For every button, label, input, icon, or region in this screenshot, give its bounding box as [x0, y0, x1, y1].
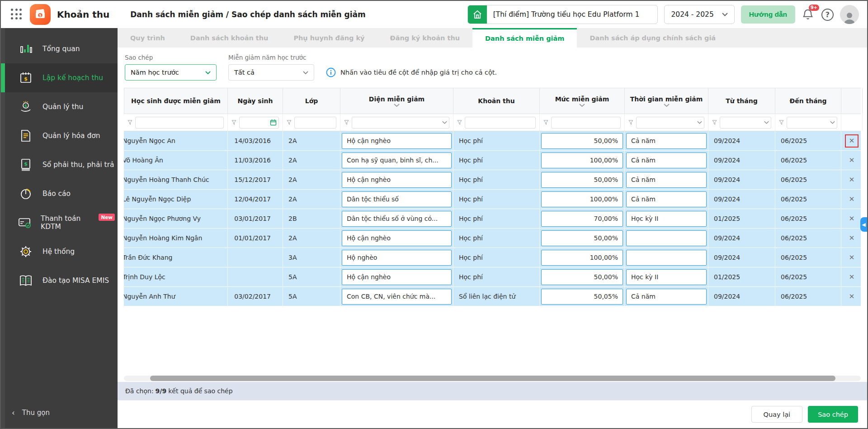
period-cell[interactable]: Học kỳ II: [625, 209, 708, 228]
guide-button[interactable]: Hướng dẫn: [741, 5, 795, 24]
period-cell[interactable]: Cả năm: [625, 170, 708, 189]
sidebar-item-lap-ke-hoach-thu[interactable]: $ Lập kế hoạch thu: [1, 63, 118, 92]
editable-cell-box[interactable]: Học kỳ II: [626, 269, 707, 285]
tab-quy-trinh[interactable]: Quy trình: [118, 28, 178, 48]
rate-cell[interactable]: 50,00%: [540, 170, 625, 189]
period-cell[interactable]: Học kỳ II: [625, 267, 708, 286]
exemption-type-cell[interactable]: Hộ cận nghèo: [340, 267, 453, 286]
copy-button[interactable]: Sao chép: [808, 406, 858, 423]
calendar-icon[interactable]: [270, 119, 277, 126]
sidebar-item-quan-ly-hoa-don[interactable]: Quản lý hóa đơn: [1, 121, 118, 150]
scrollbar-thumb[interactable]: [150, 376, 835, 381]
editable-cell-box[interactable]: Cả năm: [626, 289, 707, 305]
filter-input-exemption-type[interactable]: [352, 117, 449, 129]
editable-cell-box[interactable]: Hộ nghèo: [342, 250, 452, 266]
column-header-rate[interactable]: Mức miễn giảm: [540, 88, 625, 114]
back-button[interactable]: Quay lại: [751, 406, 803, 423]
filter-input-period[interactable]: [636, 117, 704, 129]
column-header-period[interactable]: Thời gian miễn giảm: [625, 88, 708, 114]
avatar[interactable]: [840, 5, 859, 24]
notification-bell-icon[interactable]: 9+: [802, 8, 815, 21]
rate-cell[interactable]: 50,00%: [540, 131, 625, 150]
tab-danh-sach-ap-dung-chinh-sach-gia[interactable]: Danh sách áp dụng chính sách giá: [577, 28, 728, 48]
remove-row-icon[interactable]: ✕: [846, 233, 858, 244]
editable-cell-box[interactable]: Hộ cận nghèo: [342, 172, 452, 188]
year-selector[interactable]: 2024 - 2025: [664, 5, 734, 24]
remove-row-icon[interactable]: ✕: [846, 272, 858, 283]
editable-cell-box[interactable]: Cả năm: [626, 172, 707, 188]
exemption-type-cell[interactable]: Hộ cận nghèo: [340, 170, 453, 189]
column-header-student[interactable]: Học sinh được miễn giảm: [124, 88, 228, 114]
rate-cell[interactable]: 50,05%: [540, 287, 625, 306]
exemption-type-cell[interactable]: Dân tộc thiểu số: [340, 190, 453, 209]
filter-input-fee[interactable]: [465, 117, 536, 129]
table-row[interactable]: Trần Đức Khang3AHộ nghèoHọc phí100,00%09…: [124, 248, 861, 267]
filter-input-rate[interactable]: [551, 117, 621, 129]
period-cell[interactable]: Cả năm: [625, 151, 708, 170]
exemption-type-cell[interactable]: Dân tộc thiểu số ở vùng có...: [340, 209, 453, 228]
column-header-exemption-type[interactable]: Diện miễn giảm: [340, 88, 453, 114]
editable-cell-box[interactable]: 50,00%: [541, 230, 623, 246]
collapse-sidebar-button[interactable]: ‹ Thu gọn: [1, 404, 118, 422]
tab-dang-ky-khoan-thu[interactable]: Đăng ký khoản thu: [377, 28, 473, 48]
editable-cell-box[interactable]: 50,00%: [541, 269, 623, 285]
editable-cell-box[interactable]: [626, 250, 707, 266]
period-cell[interactable]: [625, 248, 708, 267]
rate-cell[interactable]: 100,00%: [540, 151, 625, 170]
editable-cell-box[interactable]: 100,00%: [541, 153, 623, 168]
sidebar-item-thanh-toan-kdtm[interactable]: Thanh toán KDTM New: [1, 208, 118, 237]
table-row[interactable]: Nguyễn Hoàng Thanh Chúc15/12/20172AHộ cậ…: [124, 170, 861, 190]
remove-row-icon[interactable]: ✕: [846, 155, 858, 166]
tab-danh-sach-khoan-thu[interactable]: Danh sách khoản thu: [178, 28, 281, 48]
table-row[interactable]: Nguyễn Hoàng Kim Ngân01/01/20172AHộ cận …: [124, 229, 861, 248]
editable-cell-box[interactable]: 100,00%: [541, 191, 623, 207]
editable-cell-box[interactable]: 50,05%: [541, 289, 623, 305]
tab-phu-huynh-dang-ky[interactable]: Phụ huynh đăng ký: [281, 28, 377, 48]
period-cell[interactable]: Cả năm: [625, 287, 708, 306]
editable-cell-box[interactable]: 100,00%: [541, 250, 623, 266]
table-row[interactable]: Trịnh Duy Lộc5AHộ cận nghèoHọc phí50,00%…: [124, 267, 861, 287]
sidebar-item-quan-ly-thu[interactable]: $ Quản lý thu: [1, 92, 118, 121]
column-header-to-month[interactable]: Đến tháng: [775, 88, 841, 114]
help-icon[interactable]: ?: [821, 9, 834, 21]
table-row[interactable]: Nguyễn Ngọc Phương Vy03/01/20172BDân tộc…: [124, 209, 861, 229]
editable-cell-box[interactable]: Cả năm: [626, 133, 707, 149]
remove-row-icon[interactable]: ✕: [846, 252, 858, 263]
editable-cell-box[interactable]: 50,00%: [541, 133, 623, 149]
filter-input-student[interactable]: [135, 117, 224, 129]
remove-row-icon[interactable]: ✕: [846, 174, 858, 186]
table-row[interactable]: Nguyễn Anh Thư03/02/20175ACon CB, CN, vi…: [124, 287, 861, 306]
rate-cell[interactable]: 100,00%: [540, 248, 625, 267]
rate-cell[interactable]: 100,00%: [540, 190, 625, 209]
exemption-type-cell[interactable]: Hộ cận nghèo: [340, 229, 453, 248]
editable-cell-box[interactable]: Con CB, CN, viên chức mà...: [342, 289, 452, 305]
rate-cell[interactable]: 50,00%: [540, 267, 625, 286]
exemption-type-cell[interactable]: Con CB, CN, viên chức mà...: [340, 287, 453, 306]
period-cell[interactable]: [625, 229, 708, 248]
remove-row-icon[interactable]: ✕: [846, 194, 858, 205]
app-grid-icon[interactable]: [11, 9, 23, 20]
editable-cell-box[interactable]: Cả năm: [626, 191, 707, 207]
remove-row-icon[interactable]: ✕: [846, 213, 858, 224]
editable-cell-box[interactable]: Hộ cận nghèo: [342, 230, 452, 246]
filter-input-from-month[interactable]: [720, 117, 771, 129]
editable-cell-box[interactable]: Cả năm: [626, 153, 707, 168]
table-row[interactable]: Lê Nguyễn Ngọc Diệp12/04/20172ADân tộc t…: [124, 190, 861, 209]
editable-cell-box[interactable]: [626, 230, 707, 246]
sidebar-item-dao-tao-misa-emis[interactable]: Đào tạo MISA EMIS: [1, 266, 118, 295]
school-selector[interactable]: [Thí điểm] Trường tiểu học Edu Platform …: [467, 5, 658, 24]
column-header-fee[interactable]: Khoản thu: [453, 88, 540, 114]
table-row[interactable]: Nguyễn Ngọc An14/03/20162AHộ cận nghèoHọ…: [124, 131, 861, 151]
sidebar-item-tong-quan[interactable]: Tổng quan: [1, 34, 118, 63]
editable-cell-box[interactable]: Dân tộc thiểu số ở vùng có...: [342, 211, 452, 227]
editable-cell-box[interactable]: Dân tộc thiểu số: [342, 191, 452, 207]
rate-cell[interactable]: 70,00%: [540, 209, 625, 228]
period-cell[interactable]: Cả năm: [625, 190, 708, 209]
tab-danh-sach-mien-giam[interactable]: Danh sách miễn giảm: [472, 28, 577, 48]
editable-cell-box[interactable]: Con hạ sỹ quan, binh sĩ, ch...: [342, 153, 452, 168]
copy-source-select[interactable]: Năm học trước: [125, 64, 217, 81]
exemption-type-cell[interactable]: Hộ nghèo: [340, 248, 453, 267]
column-header-class[interactable]: Lớp: [283, 88, 340, 114]
rate-cell[interactable]: 50,00%: [540, 229, 625, 248]
sidebar-item-bao-cao[interactable]: Báo cáo: [1, 179, 118, 208]
